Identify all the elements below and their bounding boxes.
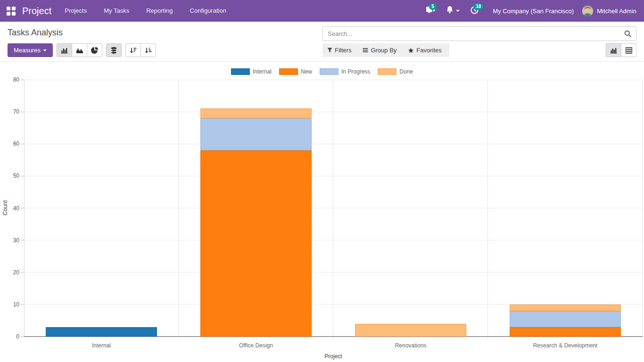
area-chart-icon bbox=[76, 47, 83, 54]
search-input[interactable] bbox=[323, 30, 619, 37]
legend-item-internal[interactable]: Internal bbox=[231, 68, 272, 75]
y-axis-tick bbox=[21, 337, 24, 337]
bar-chart-icon bbox=[610, 47, 617, 54]
legend-swatch bbox=[378, 68, 396, 75]
bar-internal-internal[interactable] bbox=[46, 327, 157, 337]
measures-button[interactable]: Measures bbox=[8, 43, 53, 57]
gridline-horizontal bbox=[24, 272, 643, 272]
app-brand[interactable]: Project bbox=[22, 6, 51, 16]
legend-label: New bbox=[301, 68, 312, 75]
x-category-label: Internal bbox=[24, 342, 179, 349]
group-by-label: Group By bbox=[371, 47, 396, 54]
y-tick-label: 10 bbox=[0, 301, 19, 308]
legend-item-done[interactable]: Done bbox=[378, 68, 413, 75]
legend-swatch bbox=[279, 68, 298, 75]
y-tick-label: 80 bbox=[0, 76, 19, 83]
y-axis-tick bbox=[21, 304, 24, 304]
bar-research-development-new[interactable] bbox=[510, 327, 621, 337]
gridline-horizontal bbox=[24, 176, 643, 176]
y-axis-line bbox=[24, 80, 25, 337]
favorites-button[interactable]: Favorites bbox=[408, 47, 441, 54]
chart-area: InternalNewIn ProgressDone 0102030405060… bbox=[0, 62, 644, 362]
search-button[interactable] bbox=[619, 30, 636, 37]
messages-badge: 5 bbox=[429, 3, 437, 10]
bar-chart-icon bbox=[61, 47, 68, 54]
search-bar bbox=[322, 26, 636, 41]
control-panel: Tasks Analysis Measures bbox=[0, 22, 644, 62]
notifications-button[interactable] bbox=[441, 0, 465, 22]
chart-type-group bbox=[57, 43, 102, 57]
favorites-label: Favorites bbox=[416, 47, 441, 54]
bar-office-design-new[interactable] bbox=[200, 150, 312, 337]
bar-research-development-done[interactable] bbox=[510, 304, 621, 311]
y-axis-tick bbox=[21, 80, 24, 80]
graph-view-button[interactable] bbox=[606, 43, 621, 57]
y-tick-label: 30 bbox=[0, 237, 19, 244]
bar-research-development-in-progress[interactable] bbox=[510, 311, 621, 327]
y-tick-label: 0 bbox=[0, 333, 19, 340]
gridline-horizontal bbox=[24, 208, 643, 208]
messages-button[interactable]: 5 bbox=[421, 0, 441, 22]
pie-chart-button[interactable] bbox=[87, 43, 102, 57]
y-axis-tick bbox=[21, 144, 24, 144]
pivot-view-button[interactable] bbox=[621, 43, 636, 57]
search-options-strip: Filters Group By Favorites bbox=[322, 43, 449, 57]
star-icon bbox=[408, 48, 414, 53]
y-axis-tick bbox=[21, 208, 24, 208]
x-category-label: Office Design bbox=[179, 342, 333, 349]
chart-legend: InternalNewIn ProgressDone bbox=[0, 68, 644, 75]
y-axis-tick bbox=[21, 272, 24, 272]
bar-office-design-done[interactable] bbox=[200, 108, 312, 118]
y-tick-label: 60 bbox=[0, 140, 19, 147]
apps-menu-icon[interactable] bbox=[7, 7, 16, 16]
view-switcher bbox=[606, 43, 636, 57]
x-category-label: Research & Development bbox=[488, 342, 643, 349]
nav-item-projects[interactable]: Projects bbox=[56, 0, 95, 22]
gridline-horizontal bbox=[24, 80, 643, 80]
stacked-toggle-group bbox=[106, 43, 122, 57]
y-axis-tick bbox=[21, 176, 24, 176]
group-by-button[interactable]: Group By bbox=[363, 47, 396, 54]
gridline-vertical bbox=[487, 80, 488, 340]
filter-icon bbox=[327, 48, 332, 53]
y-axis-tick bbox=[21, 112, 24, 112]
sort-group bbox=[125, 43, 156, 57]
user-avatar[interactable] bbox=[582, 6, 593, 16]
nav-item-configuration[interactable]: Configuration bbox=[182, 0, 235, 22]
nav-item-my-tasks[interactable]: My Tasks bbox=[95, 0, 138, 22]
group-by-icon bbox=[363, 48, 368, 53]
legend-item-in-progress[interactable]: In Progress bbox=[320, 68, 370, 75]
top-navbar: Project Projects My Tasks Reporting Conf… bbox=[0, 0, 644, 22]
legend-label: Done bbox=[399, 68, 413, 75]
nav-item-reporting[interactable]: Reporting bbox=[138, 0, 181, 22]
sort-asc-button[interactable] bbox=[140, 43, 156, 57]
sort-amount-desc-icon bbox=[130, 47, 137, 54]
activities-button[interactable]: 18 bbox=[465, 0, 484, 22]
gridline-vertical bbox=[333, 80, 333, 340]
legend-label: Internal bbox=[253, 68, 272, 75]
company-switcher[interactable]: My Company (San Francisco) bbox=[484, 8, 582, 15]
bar-office-design-in-progress[interactable] bbox=[200, 118, 312, 150]
line-chart-button[interactable] bbox=[72, 43, 87, 57]
y-tick-label: 50 bbox=[0, 173, 19, 179]
gridline-horizontal bbox=[24, 144, 643, 144]
page-title: Tasks Analysis bbox=[8, 28, 63, 38]
bell-icon bbox=[446, 6, 454, 16]
stacked-button[interactable] bbox=[106, 43, 122, 57]
chart-plot: 01020304050607080InternalOffice DesignRe… bbox=[24, 80, 643, 337]
gridline-horizontal bbox=[24, 112, 643, 112]
filters-button[interactable]: Filters bbox=[327, 47, 351, 54]
sort-desc-button[interactable] bbox=[125, 43, 141, 57]
chevron-down-icon bbox=[456, 10, 460, 12]
measures-label: Measures bbox=[14, 47, 41, 54]
legend-swatch bbox=[231, 68, 250, 75]
bar-renovations-done[interactable] bbox=[355, 324, 466, 337]
x-axis-title: Project bbox=[324, 353, 342, 360]
bar-chart-button[interactable] bbox=[57, 43, 72, 57]
legend-item-new[interactable]: New bbox=[279, 68, 312, 75]
user-name[interactable]: Mitchell Admin bbox=[597, 8, 636, 15]
activities-badge: 18 bbox=[473, 3, 483, 10]
legend-swatch bbox=[320, 68, 339, 75]
y-axis-title: Count bbox=[2, 200, 8, 215]
legend-label: In Progress bbox=[341, 68, 370, 75]
